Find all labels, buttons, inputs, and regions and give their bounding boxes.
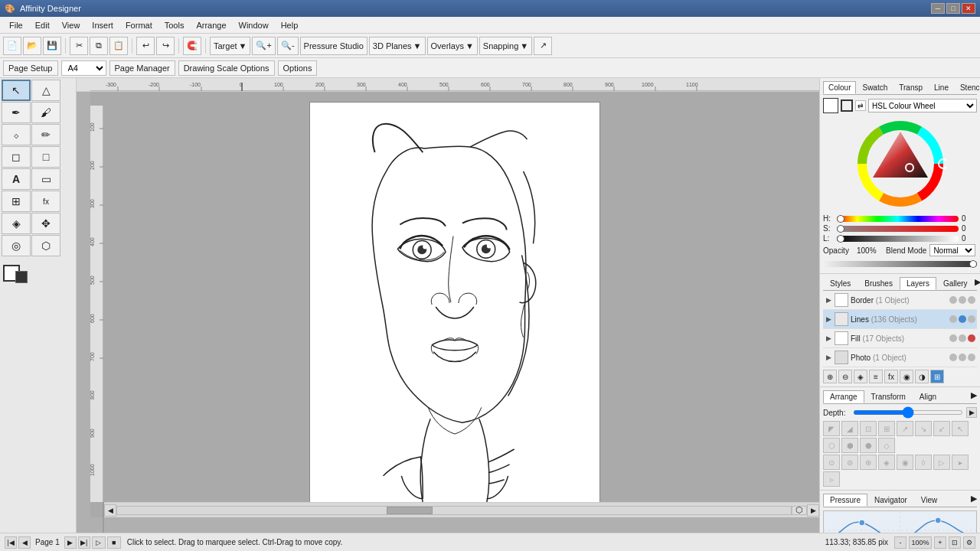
tab-swatch[interactable]: Swatch <box>857 81 893 94</box>
arr-btn-11[interactable]: ⬣ <box>860 438 877 453</box>
menu-format[interactable]: Format <box>119 19 158 31</box>
cut-button[interactable]: ✂ <box>70 37 88 55</box>
tab-pressure[interactable]: Pressure <box>823 494 867 507</box>
fill-tool[interactable]: ⬦ <box>2 124 31 145</box>
tab-line[interactable]: Line <box>929 81 954 94</box>
depth-step-button[interactable]: ▶ <box>966 407 977 418</box>
scrollbar-thumb-h[interactable] <box>387 507 433 514</box>
layer-dot-1[interactable] <box>949 296 957 304</box>
tab-navigator[interactable]: Navigator <box>867 494 914 507</box>
layer-dot-2[interactable] <box>959 296 966 304</box>
arr-btn-16[interactable]: ◈ <box>878 455 895 470</box>
next-page-button[interactable]: ▶ <box>64 536 77 549</box>
new-button[interactable]: 📄 <box>3 37 21 55</box>
arr-btn-5[interactable]: ↗ <box>897 421 913 436</box>
pressure-expand-icon[interactable]: ▶ <box>971 494 977 507</box>
layer-fill[interactable]: ▶ Fill (17 Objects) <box>823 329 977 348</box>
layer-expand-photo[interactable]: ▶ <box>825 354 832 361</box>
tab-colour[interactable]: Colour <box>823 81 856 94</box>
tab-transp[interactable]: Transp <box>893 81 928 94</box>
zoom-in-status-button[interactable]: + <box>934 536 946 549</box>
tab-view[interactable]: View <box>914 494 945 507</box>
scrollbar-track-h[interactable] <box>116 506 792 515</box>
transform-tool[interactable]: ✥ <box>31 213 60 234</box>
tab-stencils[interactable]: Stencils <box>955 81 980 94</box>
layers-expand-icon[interactable]: ▶ <box>975 277 980 290</box>
layer-dot-photo-3[interactable] <box>968 354 975 361</box>
gradient-tool[interactable]: ◈ <box>2 213 31 234</box>
frame-tool[interactable]: ▭ <box>31 168 60 190</box>
layer-dot-fill-1[interactable] <box>949 334 957 342</box>
3d-planes-button[interactable]: 3D Planes ▼ <box>369 37 426 55</box>
arr-btn-19[interactable]: ▷ <box>933 455 950 470</box>
scroll-right-button[interactable]: ▶ <box>807 504 819 517</box>
page-manager-button[interactable]: Page Manager <box>109 60 175 76</box>
copy-button[interactable]: ⧉ <box>90 37 108 55</box>
macro-tool[interactable]: ⬡ <box>31 235 60 256</box>
layer-mask-button[interactable]: ◉ <box>900 370 913 383</box>
open-button[interactable]: 📂 <box>23 37 41 55</box>
snapping-dropdown-button[interactable]: Snapping ▼ <box>479 37 532 55</box>
last-page-button[interactable]: ▶| <box>78 536 90 549</box>
symbol-tool[interactable]: ◎ <box>2 235 31 256</box>
h-slider[interactable] <box>837 216 959 222</box>
erase-tool[interactable]: ◻ <box>2 146 31 168</box>
pen-tool[interactable]: ✒ <box>2 102 31 123</box>
tab-arrange[interactable]: Arrange <box>823 390 864 403</box>
layer-expand-border[interactable]: ▶ <box>825 296 832 304</box>
select-tool[interactable]: ↖ <box>2 80 31 101</box>
arr-btn-21[interactable]: ▹ <box>823 471 840 487</box>
share-button[interactable]: ↗ <box>534 37 552 55</box>
paste-button[interactable]: 📋 <box>109 37 128 55</box>
maximize-button[interactable]: □ <box>946 3 960 14</box>
arr-btn-14[interactable]: ⊚ <box>841 455 858 470</box>
minimize-button[interactable]: ─ <box>931 3 945 14</box>
undo-button[interactable]: ↩ <box>136 37 155 55</box>
layer-photo[interactable]: ▶ Photo (1 Object) <box>823 348 977 367</box>
fx-tool[interactable]: fx <box>31 191 60 212</box>
prev-page-button[interactable]: ◀ <box>18 536 31 549</box>
depth-slider[interactable] <box>853 410 963 415</box>
menu-edit[interactable]: Edit <box>29 19 56 31</box>
pressure-studio-button[interactable]: Pressure Studio <box>300 37 368 55</box>
brush-tool[interactable]: 🖌 <box>31 102 60 123</box>
target-button[interactable]: Target ▼ <box>210 37 250 55</box>
arr-btn-18[interactable]: ◊ <box>915 455 932 470</box>
text-tool[interactable]: A <box>2 168 31 190</box>
colour-mode-select[interactable]: HSL Colour Wheel RGB HSB CMYK <box>868 99 977 112</box>
play-button[interactable]: ▷ <box>92 536 106 549</box>
zoom-in-button[interactable]: 🔍+ <box>252 37 275 55</box>
menu-window[interactable]: Window <box>233 19 275 31</box>
layer-expand-fill[interactable]: ▶ <box>825 334 832 342</box>
node-tool[interactable]: △ <box>31 80 60 101</box>
scroll-center-indicator[interactable]: ⬡ <box>792 506 807 515</box>
redo-button[interactable]: ↪ <box>156 37 175 55</box>
l-slider[interactable] <box>837 236 959 242</box>
pencil-tool[interactable]: ✏ <box>31 124 60 145</box>
snapping-button[interactable]: 🧲 <box>183 37 201 55</box>
first-page-button[interactable]: |◀ <box>5 536 17 549</box>
tab-styles[interactable]: Styles <box>823 277 858 290</box>
layer-dot-photo-1[interactable] <box>949 354 957 361</box>
layer-dot-active[interactable] <box>959 315 966 323</box>
blend-mode-select[interactable]: Normal Multiply Screen Overlay <box>929 244 975 256</box>
layer-effects-button[interactable]: fx <box>884 370 898 383</box>
add-layer-button[interactable]: ⊕ <box>823 370 837 383</box>
pressure-graph[interactable] <box>823 510 977 533</box>
tab-layers[interactable]: Layers <box>900 277 936 290</box>
save-button[interactable]: 💾 <box>43 37 61 55</box>
layer-arrange-button[interactable]: ≡ <box>869 370 883 383</box>
menu-arrange[interactable]: Arrange <box>190 19 232 31</box>
arr-btn-1[interactable]: ◤ <box>823 421 840 436</box>
layer-fill-button[interactable]: ◈ <box>854 370 867 383</box>
artboard-tool[interactable]: ⊞ <box>2 191 31 212</box>
arr-btn-9[interactable]: ⬡ <box>823 438 840 453</box>
overlays-button[interactable]: Overlays ▼ <box>427 37 478 55</box>
arr-btn-2[interactable]: ◢ <box>841 421 858 436</box>
zoom-out-status-button[interactable]: - <box>894 536 906 549</box>
arr-btn-8[interactable]: ↖ <box>952 421 969 436</box>
arr-btn-10[interactable]: ⬢ <box>841 438 858 453</box>
tab-transform[interactable]: Transform <box>864 390 913 403</box>
page-size-select[interactable]: A4A3Letter <box>61 60 106 76</box>
layer-blend-button[interactable]: ⊞ <box>930 370 944 383</box>
